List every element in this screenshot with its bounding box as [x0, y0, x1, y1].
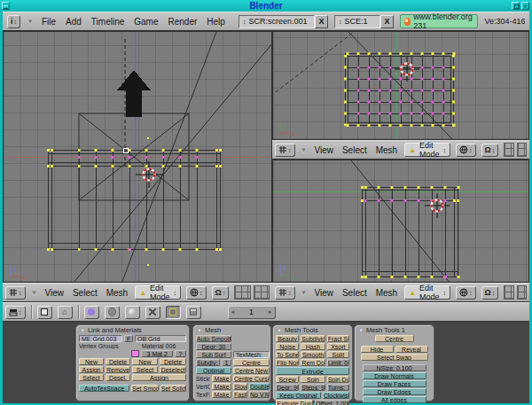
- menu-timeline[interactable]: Timeline: [90, 17, 126, 27]
- material-deselect-button[interactable]: Deselect: [160, 366, 186, 373]
- mesh-datablock-field[interactable]: ME:Grid.003: [79, 335, 122, 342]
- logic-context-button[interactable]: [84, 306, 99, 319]
- viewport-side[interactable]: z y: [272, 160, 529, 283]
- maximize-button[interactable]: [512, 2, 520, 10]
- draw-type-button[interactable]: ↕: [456, 144, 476, 157]
- layer-buttons-group-1[interactable]: [504, 285, 513, 300]
- to-sphere-button[interactable]: To Sphere: [276, 351, 299, 358]
- subsurf-toggle[interactable]: Sub Surf: [196, 351, 231, 358]
- menu-mesh[interactable]: Mesh: [374, 288, 399, 298]
- noise-button[interactable]: Noise: [276, 343, 299, 350]
- editing-context-button[interactable]: [166, 306, 181, 319]
- reveal-button[interactable]: Reveal: [395, 346, 428, 353]
- menu-view[interactable]: View: [312, 288, 335, 298]
- vgroup-new-button[interactable]: New: [79, 358, 104, 365]
- double-sided-toggle[interactable]: Double Sided: [249, 383, 270, 390]
- shade-button[interactable]: ▼: [521, 2, 529, 10]
- mode-dropdown[interactable]: ▲Edit Mode↕: [404, 285, 450, 300]
- no-vnormal-flip-toggle[interactable]: No V.Normal Flip: [249, 391, 270, 398]
- vgroup-deselect-button[interactable]: Desel.: [106, 374, 130, 381]
- header-collapse-icon[interactable]: ▼: [301, 146, 308, 154]
- vgroup-remove-button[interactable]: Remove: [106, 366, 130, 373]
- header-collapse-icon[interactable]: ▼: [31, 289, 38, 297]
- autotexspace-toggle[interactable]: AutoTexSpace: [79, 385, 129, 392]
- screen-delete-button[interactable]: X: [315, 15, 328, 28]
- panel-header[interactable]: ▼Mesh: [196, 326, 268, 334]
- window-titlebar[interactable]: Blender ▼: [0, 0, 532, 12]
- menu-game[interactable]: Game: [132, 17, 160, 27]
- spin-dup-button[interactable]: Spin Dup: [327, 376, 349, 383]
- limit-stepper[interactable]: Limit: 0.001: [327, 359, 349, 366]
- material-select-button[interactable]: Select: [132, 366, 158, 373]
- split-button[interactable]: Split: [327, 351, 349, 358]
- draw-type-button[interactable]: ↕: [456, 286, 476, 300]
- menu-select[interactable]: Select: [71, 288, 99, 298]
- hash-button[interactable]: Hash: [301, 343, 325, 350]
- panel-header[interactable]: ▼Mesh Tools: [276, 326, 349, 334]
- viewport-type-button[interactable]: ↕: [5, 286, 26, 300]
- vertcol-make-button[interactable]: Make: [212, 383, 231, 390]
- viewport-front[interactable]: z x: [3, 31, 272, 283]
- material-index-stepper[interactable]: 3 Mat 2: [141, 350, 173, 357]
- extrude-button[interactable]: Extrude: [276, 367, 349, 375]
- menu-render[interactable]: Render: [167, 17, 200, 27]
- centre-cursor-button[interactable]: Centre Cursor: [233, 375, 270, 382]
- vgroup-delete-button[interactable]: Delete: [106, 358, 130, 365]
- panels-button[interactable]: [37, 306, 52, 319]
- beauty-toggle[interactable]: Beauty: [276, 335, 299, 342]
- clockwise-toggle[interactable]: Clockwise: [323, 392, 349, 399]
- shading-context-button[interactable]: [125, 306, 140, 319]
- all-edges-toggle[interactable]: All edges: [363, 396, 426, 403]
- material-new-button[interactable]: New: [132, 358, 158, 365]
- keep-original-toggle[interactable]: Keep Original: [276, 392, 321, 399]
- offset-stepper[interactable]: Offset: 1.000: [315, 400, 349, 405]
- spin-button[interactable]: Spin: [301, 376, 325, 383]
- smooth-button[interactable]: Smooth: [301, 351, 325, 358]
- fake-user-button[interactable]: F: [124, 335, 133, 342]
- texmesh-field[interactable]: TexMesh:: [233, 351, 270, 358]
- menu-mesh[interactable]: Mesh: [105, 288, 129, 298]
- home-button[interactable]: ⌂: [58, 306, 73, 319]
- subdiv-render-stepper[interactable]: 1: [222, 359, 231, 366]
- proportional-edit-button[interactable]: Ω↕: [481, 286, 499, 300]
- header-collapse-icon[interactable]: ▼: [301, 289, 308, 297]
- object-context-button[interactable]: [145, 306, 160, 319]
- viewport-type-button[interactable]: ↕: [275, 286, 295, 300]
- centre-button[interactable]: Centre: [233, 359, 270, 366]
- vgroup-select-button[interactable]: Select: [79, 374, 104, 381]
- mode-dropdown[interactable]: ▲Edit Mode↕: [404, 143, 450, 157]
- object-name-field[interactable]: OB:Grid: [135, 335, 186, 342]
- panel-header[interactable]: ▼Link and Materials: [79, 326, 186, 334]
- script-context-button[interactable]: [105, 306, 120, 319]
- menu-view[interactable]: View: [43, 288, 66, 298]
- degr-stepper[interactable]: Degr: 30: [196, 343, 231, 350]
- layer-buttons-group-2[interactable]: [517, 143, 527, 157]
- slower-draw-button[interactable]: SlowerDraw: [233, 383, 247, 390]
- set-solid-button[interactable]: Set Solid: [160, 385, 187, 392]
- menu-file[interactable]: File: [40, 17, 58, 27]
- material-assign-button[interactable]: Assign: [132, 374, 186, 381]
- extrude-dup-button[interactable]: Extrude Dup: [276, 400, 313, 405]
- texface-make-button[interactable]: Make: [212, 391, 231, 398]
- screw-button[interactable]: Screw: [276, 376, 299, 383]
- sticky-make-button[interactable]: Make: [212, 375, 231, 382]
- remove-doubles-button[interactable]: Rem Doubl: [301, 359, 325, 366]
- scene-context-button[interactable]: [186, 306, 201, 319]
- mode-dropdown[interactable]: ▲Edit Mode↕: [135, 285, 181, 300]
- frame-prev-icon[interactable]: ◂: [231, 308, 235, 315]
- auto-smooth-toggle[interactable]: Auto Smooth: [196, 335, 231, 342]
- viewport-type-button[interactable]: ↕: [275, 144, 295, 157]
- select-swap-button[interactable]: Select Swap: [361, 354, 428, 361]
- set-smooth-button[interactable]: Set Smooth: [131, 385, 158, 392]
- subdiv-stepper[interactable]: Subdiv: 1: [196, 359, 220, 366]
- layer-buttons-group-2[interactable]: [517, 285, 527, 300]
- layer-buttons-group-2[interactable]: [254, 285, 270, 300]
- scene-selector[interactable]: ↕SCE:1: [334, 15, 380, 28]
- menu-select[interactable]: Select: [340, 288, 369, 298]
- buttons-window-type-button[interactable]: ↕: [5, 306, 26, 319]
- proportional-edit-button[interactable]: Ω↕: [481, 144, 499, 157]
- draw-faces-toggle[interactable]: Draw Faces: [363, 380, 426, 387]
- faster-draw-button[interactable]: FasterDraw: [233, 391, 247, 398]
- draw-normals-toggle[interactable]: Draw Normals: [363, 372, 426, 379]
- layer-buttons-group-1[interactable]: [504, 143, 513, 157]
